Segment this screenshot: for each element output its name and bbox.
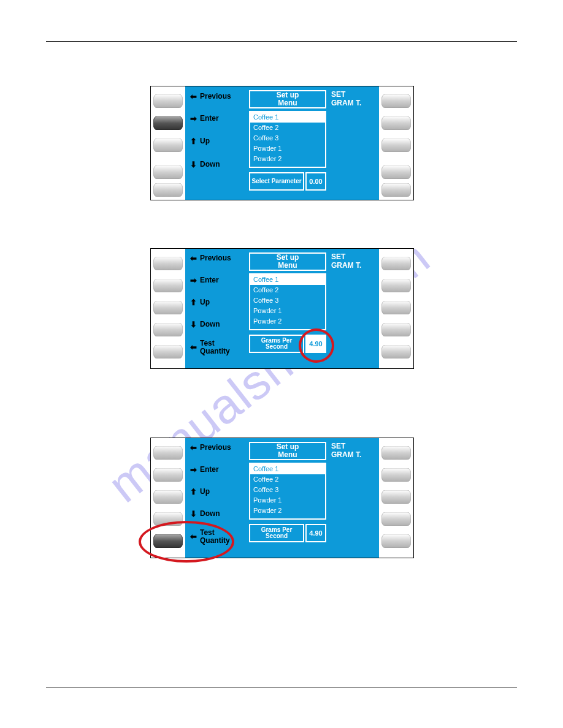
nav-enter: ➡Enter: [189, 276, 219, 285]
phys-button-r5[interactable]: [381, 183, 411, 197]
param-label: Grams Per Second: [249, 524, 304, 542]
nav-test-quantity: ⬅Test Quantity: [189, 339, 230, 355]
arrow-left-icon: ⬅: [189, 254, 197, 263]
arrow-right-icon: ➡: [189, 114, 197, 123]
arrow-right-icon: ➡: [189, 465, 197, 474]
ingredient-list: Coffee 1 Coffee 2 Coffee 3 Powder 1 Powd…: [249, 463, 326, 520]
list-item[interactable]: Powder 1: [250, 143, 325, 154]
list-item[interactable]: Coffee 1: [250, 275, 325, 285]
phys-button-r2[interactable]: [381, 279, 411, 292]
phys-button-r1[interactable]: [381, 446, 411, 460]
phys-button-r2[interactable]: [381, 116, 411, 130]
ingredient-list: Coffee 1 Coffee 2 Coffee 3 Powder 1 Powd…: [249, 273, 326, 330]
list-item[interactable]: Coffee 1: [250, 112, 325, 123]
set-gram-t-title: SET GRAM T.: [331, 442, 361, 460]
phys-button-r1[interactable]: [381, 257, 411, 270]
arrow-right-icon: ➡: [189, 276, 197, 285]
right-buttons: [379, 249, 413, 368]
set-gram-t-title: SET GRAM T.: [331, 90, 361, 108]
phys-button-r4[interactable]: [381, 323, 411, 336]
display-1: Set up Menu SET GRAM T. Coffee 1 Coffee …: [185, 86, 379, 200]
phys-button-r2[interactable]: [381, 468, 411, 482]
phys-button-l4[interactable]: [153, 323, 183, 336]
nav-previous: ⬅Previous: [189, 254, 231, 263]
arrow-left-icon: ⬅: [189, 443, 197, 452]
set-gram-t-title: SET GRAM T.: [331, 252, 361, 270]
nav-test-quantity: ⬅Test Quantity: [189, 529, 230, 544]
nav-previous: ⬅Previous: [189, 443, 231, 452]
nav-down: ⬇Down: [189, 160, 220, 169]
nav-enter: ➡Enter: [189, 114, 219, 123]
arrow-left-icon: ⬅: [189, 92, 197, 101]
left-buttons: [151, 249, 185, 368]
list-item[interactable]: Powder 2: [250, 154, 325, 164]
ingredient-list: Coffee 1 Coffee 2 Coffee 3 Powder 1 Powd…: [249, 111, 326, 168]
param-label: Grams Per Second: [249, 335, 304, 353]
display-3: Set up Menu SET GRAM T. Coffee 1 Coffee …: [185, 438, 379, 558]
setup-menu-title: Set up Menu: [249, 252, 326, 271]
phys-button-l5[interactable]: [153, 183, 183, 197]
nav-up: ⬆Up: [189, 298, 210, 307]
list-item[interactable]: Powder 1: [250, 306, 325, 316]
param-label: Select Parameter: [249, 172, 304, 191]
param-value: 4.90: [305, 335, 326, 353]
arrow-down-icon: ⬇: [189, 160, 197, 169]
param-value: 0.00: [305, 172, 326, 191]
nav-previous: ⬅Previous: [189, 92, 231, 101]
arrow-down-icon: ⬇: [189, 320, 197, 329]
phys-button-l5[interactable]: [153, 534, 183, 548]
phys-button-l1[interactable]: [153, 94, 183, 108]
panel-2: Set up Menu SET GRAM T. Coffee 1 Coffee …: [150, 248, 414, 369]
arrow-up-icon: ⬆: [189, 487, 197, 496]
phys-button-r1[interactable]: [381, 94, 411, 108]
list-item[interactable]: Powder 2: [250, 316, 325, 327]
phys-button-l2[interactable]: [153, 116, 183, 130]
list-item[interactable]: Powder 1: [250, 495, 325, 506]
list-item[interactable]: Coffee 3: [250, 295, 325, 306]
phys-button-l2[interactable]: [153, 468, 183, 482]
phys-button-r5[interactable]: [381, 345, 411, 358]
display-2: Set up Menu SET GRAM T. Coffee 1 Coffee …: [185, 249, 379, 368]
phys-button-l2[interactable]: [153, 279, 183, 292]
arrow-down-icon: ⬇: [189, 509, 197, 518]
phys-button-l3[interactable]: [153, 301, 183, 314]
phys-button-l4[interactable]: [153, 512, 183, 526]
phys-button-l1[interactable]: [153, 446, 183, 460]
phys-button-r4[interactable]: [381, 512, 411, 526]
param-value: 4.90: [305, 524, 326, 542]
list-item[interactable]: Coffee 1: [250, 464, 325, 474]
nav-up: ⬆Up: [189, 487, 210, 496]
arrow-up-icon: ⬆: [189, 137, 197, 146]
divider-top: [46, 41, 517, 42]
phys-button-l3[interactable]: [153, 490, 183, 504]
nav-down: ⬇Down: [189, 320, 220, 329]
panel-1: Set up Menu SET GRAM T. Coffee 1 Coffee …: [150, 86, 414, 200]
right-buttons: [379, 438, 413, 558]
arrow-up-icon: ⬆: [189, 298, 197, 307]
phys-button-l5[interactable]: [153, 345, 183, 358]
list-item[interactable]: Coffee 2: [250, 123, 325, 133]
list-item[interactable]: Coffee 2: [250, 285, 325, 295]
phys-button-r3[interactable]: [381, 301, 411, 314]
arrow-left-icon: ⬅: [189, 532, 197, 541]
left-buttons: [151, 438, 185, 558]
phys-button-r3[interactable]: [381, 490, 411, 504]
list-item[interactable]: Coffee 3: [250, 133, 325, 143]
nav-down: ⬇Down: [189, 509, 220, 518]
phys-button-l3[interactable]: [153, 138, 183, 152]
left-buttons: [151, 86, 185, 200]
phys-button-r3[interactable]: [381, 138, 411, 152]
setup-menu-title: Set up Menu: [249, 442, 326, 460]
phys-button-r5[interactable]: [381, 534, 411, 548]
divider-bottom: [46, 688, 517, 688]
phys-button-r4[interactable]: [381, 165, 411, 179]
phys-button-l4[interactable]: [153, 165, 183, 179]
phys-button-l1[interactable]: [153, 257, 183, 270]
right-buttons: [379, 86, 413, 200]
setup-menu-title: Set up Menu: [249, 90, 326, 108]
list-item[interactable]: Powder 2: [250, 506, 325, 516]
nav-up: ⬆Up: [189, 137, 210, 146]
list-item[interactable]: Coffee 2: [250, 474, 325, 485]
list-item[interactable]: Coffee 3: [250, 485, 325, 495]
nav-enter: ➡Enter: [189, 465, 219, 474]
